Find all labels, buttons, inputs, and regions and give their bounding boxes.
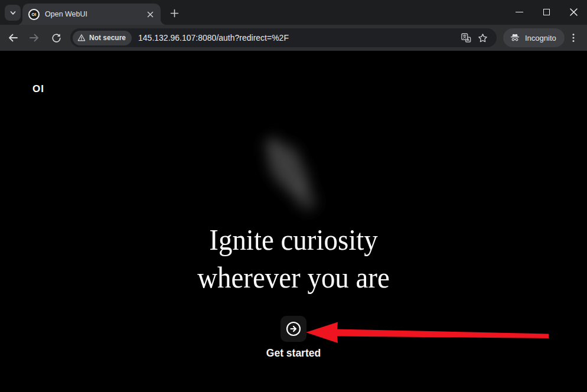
bookmark-star-button[interactable] [474, 30, 491, 46]
minimize-icon [516, 12, 523, 12]
address-bar[interactable]: Not secure 145.132.96.107:8080/auth?redi… [70, 28, 497, 47]
reload-button[interactable] [47, 29, 65, 47]
security-chip[interactable]: Not secure [73, 31, 132, 45]
get-started-button[interactable] [281, 316, 306, 342]
browser-tab-open-webui[interactable]: OI Open WebUI [22, 4, 161, 25]
open-webui-auth-page: OI Ignite curiosity wherever you are [0, 51, 587, 392]
incognito-icon [510, 32, 520, 43]
browser-menu-button[interactable] [565, 29, 582, 47]
translate-icon [461, 32, 471, 43]
window-close-button[interactable] [560, 0, 587, 24]
forward-button[interactable] [25, 29, 43, 47]
forward-arrow-icon [28, 32, 40, 44]
warning-triangle-icon [77, 34, 86, 42]
incognito-badge: Incognito [503, 28, 565, 47]
translate-button[interactable] [458, 30, 474, 46]
maximize-button[interactable] [533, 0, 560, 24]
reload-icon [51, 32, 62, 44]
window-close-icon [570, 8, 578, 16]
chevron-down-icon [9, 9, 17, 17]
security-label: Not secure [89, 34, 126, 42]
back-arrow-icon [7, 32, 19, 44]
minimize-button[interactable] [506, 0, 533, 24]
tab-strip: OI Open WebUI [0, 0, 587, 25]
close-icon [147, 11, 154, 18]
back-button[interactable] [4, 29, 22, 47]
browser-window: OI Open WebUI [0, 0, 587, 392]
openwebui-favicon: OI [28, 9, 40, 20]
get-started-label[interactable]: Get started [0, 347, 587, 360]
url-text: 145.132.96.107:8080/auth?redirect=%2F [138, 33, 458, 43]
hero-heading: Ignite curiosity wherever you are [24, 221, 563, 296]
incognito-label: Incognito [525, 34, 556, 43]
blurred-astronaut-image [223, 100, 353, 230]
kebab-menu-icon [568, 32, 579, 43]
browser-toolbar: Not secure 145.132.96.107:8080/auth?redi… [0, 25, 587, 51]
tab-close-button[interactable] [144, 8, 156, 20]
openwebui-logo: OI [32, 83, 44, 95]
hero-line-1: Ignite curiosity [209, 223, 377, 256]
plus-icon [170, 9, 179, 18]
arrow-right-circle-icon [286, 321, 301, 337]
maximize-icon [543, 9, 550, 15]
favicon-text: OI [32, 12, 37, 17]
tab-title: Open WebUI [45, 10, 144, 18]
tab-search-button[interactable] [5, 5, 21, 21]
window-controls [506, 0, 587, 25]
new-tab-button[interactable] [165, 4, 183, 22]
star-icon [477, 32, 488, 44]
hero-line-2: wherever you are [197, 261, 390, 294]
